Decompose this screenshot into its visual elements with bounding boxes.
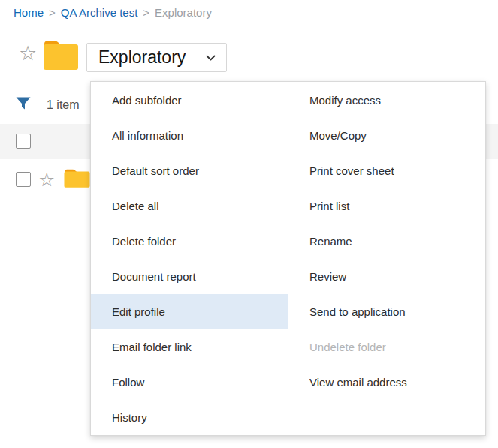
menu-item-edit-profile[interactable]: Edit profile [91,294,288,329]
menu-item-add-subfolder[interactable]: Add subfolder [91,83,288,118]
breadcrumb: Home > QA Archive test > Exploratory [14,6,212,19]
row-folder-icon [63,167,91,188]
breadcrumb-separator: > [143,6,149,19]
menu-item-document-report[interactable]: Document report [91,259,288,294]
row-star-icon[interactable]: ☆ [38,170,55,189]
menu-item-email-folder-link[interactable]: Email folder link [91,329,288,365]
breadcrumb-link-qa-archive-test[interactable]: QA Archive test [61,6,138,19]
breadcrumb-link-home[interactable]: Home [14,6,44,19]
favorite-star-icon[interactable]: ☆ [19,44,37,64]
item-count: 1 item [47,98,80,112]
menu-item-send-to-application[interactable]: Send to application [288,294,485,329]
menu-item-delete-all[interactable]: Delete all [91,188,288,224]
folder-title: Exploratory [98,47,186,68]
menu-column-left: Add subfolder All information Default so… [91,82,288,435]
breadcrumb-current: Exploratory [155,6,212,19]
menu-item-follow[interactable]: Follow [91,365,288,400]
menu-item-history[interactable]: History [91,400,288,435]
menu-item-print-cover-sheet[interactable]: Print cover sheet [288,153,485,188]
menu-item-print-list[interactable]: Print list [288,188,485,224]
menu-item-view-email-address[interactable]: View email address [288,365,485,400]
menu-item-rename[interactable]: Rename [288,224,485,259]
menu-item-delete-folder[interactable]: Delete folder [91,224,288,259]
menu-item-default-sort-order[interactable]: Default sort order [91,153,288,188]
menu-item-all-information[interactable]: All information [91,118,288,153]
chevron-down-icon [206,55,216,61]
row-checkbox[interactable] [16,172,31,187]
page: Home > QA Archive test > Exploratory ☆ E… [0,0,498,448]
menu-column-right: Modify access Move/Copy Print cover shee… [288,82,485,435]
filter-icon[interactable] [16,97,31,110]
folder-title-dropdown[interactable]: Exploratory [86,43,227,72]
menu-item-move-copy[interactable]: Move/Copy [288,118,485,153]
folder-icon [42,38,80,71]
menu-item-undelete-folder: Undelete folder [288,329,485,365]
menu-item-review[interactable]: Review [288,259,485,294]
folder-actions-menu: Add subfolder All information Default so… [90,81,486,436]
select-all-checkbox[interactable] [16,134,31,149]
breadcrumb-separator: > [49,6,56,19]
menu-item-modify-access[interactable]: Modify access [288,83,485,118]
